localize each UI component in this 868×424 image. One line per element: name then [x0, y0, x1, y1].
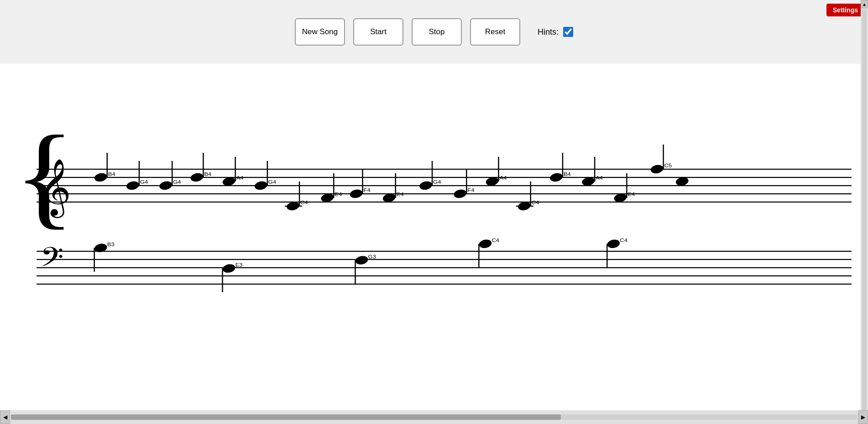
- svg-text:𝄞: 𝄞: [39, 160, 71, 218]
- svg-text:B4: B4: [108, 171, 115, 177]
- hints-label: Hints:: [538, 27, 559, 37]
- svg-point-76: [354, 255, 369, 266]
- svg-text:G4: G4: [268, 179, 277, 185]
- music-area: { 𝄞 𝄢 B4 G4: [0, 64, 861, 410]
- svg-text:B3: B3: [107, 242, 115, 248]
- svg-point-66: [649, 164, 664, 175]
- scroll-thumb-horizontal[interactable]: [11, 414, 561, 420]
- svg-point-79: [478, 238, 492, 249]
- scroll-left-button[interactable]: ◀: [0, 410, 10, 424]
- svg-point-13: [94, 172, 108, 183]
- stop-button[interactable]: Stop: [412, 18, 462, 46]
- svg-point-47: [453, 188, 467, 199]
- svg-text:𝄢: 𝄢: [40, 243, 64, 279]
- svg-text:F4: F4: [364, 187, 371, 193]
- svg-point-82: [606, 238, 621, 249]
- staff-container: { 𝄞 𝄢 B4 G4: [0, 64, 861, 410]
- svg-point-38: [349, 188, 363, 199]
- svg-text:E4: E4: [335, 191, 342, 197]
- svg-point-44: [418, 180, 433, 191]
- svg-point-19: [158, 180, 173, 191]
- scroll-track-vertical[interactable]: [862, 9, 867, 415]
- staff-svg: { 𝄞 𝄢 B4 G4: [0, 91, 861, 296]
- scroll-up-button[interactable]: ▲: [861, 0, 868, 8]
- svg-text:E4: E4: [397, 191, 404, 197]
- svg-text:E3: E3: [235, 262, 243, 268]
- settings-button[interactable]: Settings: [826, 4, 864, 16]
- scroll-right-button[interactable]: ▶: [858, 410, 868, 424]
- svg-text:G4: G4: [173, 179, 181, 185]
- reset-button[interactable]: Reset: [470, 18, 520, 46]
- svg-text:F4: F4: [467, 187, 474, 193]
- svg-text:A4: A4: [596, 175, 603, 181]
- svg-text:G4: G4: [140, 179, 148, 185]
- toolbar: New Song Start Stop Reset Hints:: [0, 18, 868, 46]
- horizontal-scrollbar: ◀ ▶: [0, 410, 868, 424]
- hints-checkbox[interactable]: [563, 27, 573, 37]
- svg-point-57: [549, 172, 564, 183]
- scroll-track-horizontal[interactable]: [11, 414, 857, 420]
- svg-text:B4: B4: [204, 171, 211, 177]
- new-song-button[interactable]: New Song: [295, 18, 345, 46]
- svg-text:C4: C4: [620, 238, 627, 243]
- start-button[interactable]: Start: [353, 18, 403, 46]
- svg-text:C5: C5: [664, 163, 672, 169]
- svg-text:A4: A4: [236, 175, 244, 181]
- svg-text:G4: G4: [433, 179, 441, 185]
- svg-point-16: [125, 180, 140, 191]
- svg-text:A4: A4: [499, 175, 507, 181]
- svg-point-70: [94, 243, 108, 253]
- svg-text:G3: G3: [368, 254, 376, 260]
- svg-point-22: [189, 172, 204, 183]
- svg-text:C4: C4: [492, 238, 499, 243]
- svg-point-28: [254, 180, 268, 191]
- svg-text:C4: C4: [300, 200, 308, 206]
- hints-area: Hints:: [538, 27, 573, 37]
- svg-text:C4: C4: [532, 200, 539, 206]
- svg-text:E4: E4: [627, 191, 635, 197]
- svg-text:B4: B4: [564, 171, 571, 177]
- right-scrollbar: ▲ ▼: [861, 0, 868, 424]
- svg-point-73: [221, 263, 236, 274]
